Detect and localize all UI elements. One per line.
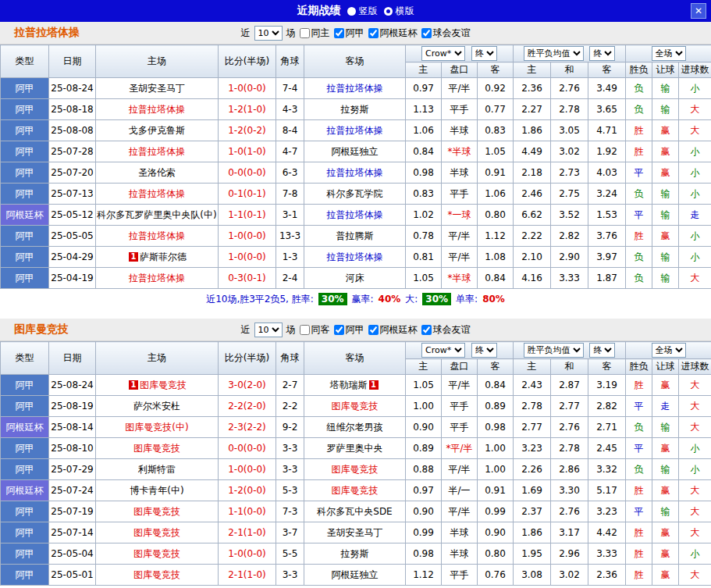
avg-select[interactable]: 胜平负均值 bbox=[524, 343, 584, 358]
layout-radio-vertical[interactable]: 竖版 bbox=[347, 5, 378, 18]
filter-阿甲[interactable]: 阿甲 bbox=[334, 27, 364, 40]
score-link[interactable]: 0-0(0-0) bbox=[228, 443, 266, 454]
layout-radio-horizontal[interactable]: 横版 bbox=[384, 5, 414, 18]
home-team-link[interactable]: 图库曼竞技(中) bbox=[125, 422, 188, 433]
fulltime-select[interactable]: 全场 bbox=[652, 46, 686, 61]
odds-source-select[interactable]: Crow* bbox=[421, 343, 465, 358]
fulltime-select[interactable]: 全场 bbox=[652, 343, 686, 358]
radio-icon[interactable] bbox=[347, 7, 356, 16]
score-link[interactable]: 1-2(1-0) bbox=[228, 104, 266, 115]
score-link[interactable]: 1-2(0-2) bbox=[228, 125, 266, 136]
away-team-link[interactable]: 图库曼竞技 bbox=[332, 485, 379, 496]
checkbox-阿根廷杯[interactable] bbox=[368, 28, 379, 38]
score-link[interactable]: 1-1(0-0) bbox=[228, 506, 266, 517]
score-link[interactable]: 1-0(0-0) bbox=[228, 230, 266, 241]
date-cell: 25-08-14 bbox=[49, 417, 96, 438]
away-team-link[interactable]: 拉普拉塔体操 bbox=[327, 83, 383, 94]
checkbox-阿甲[interactable] bbox=[334, 325, 344, 335]
radio-selected-icon[interactable] bbox=[384, 7, 393, 16]
score-link[interactable]: 0-1(0-1) bbox=[228, 188, 266, 199]
avg-select[interactable]: 胜平负均值 bbox=[524, 46, 584, 61]
score-link[interactable]: 1-0(0-0) bbox=[228, 464, 266, 475]
score-link[interactable]: 1-0(0-0) bbox=[228, 548, 266, 559]
away-team-link[interactable]: 普拉腾斯 bbox=[336, 230, 374, 241]
score-link[interactable]: 2-2(2-0) bbox=[228, 401, 266, 412]
away-team-link[interactable]: 拉普拉塔体操 bbox=[327, 251, 383, 262]
handicap-cell: 平手 bbox=[442, 99, 478, 120]
away-team-link[interactable]: 拉普拉塔体操 bbox=[327, 125, 383, 136]
checkbox-阿甲[interactable] bbox=[334, 28, 344, 38]
home-team-link[interactable]: 拉普拉塔体操 bbox=[129, 188, 185, 199]
away-team-link[interactable]: 拉普拉塔体操 bbox=[327, 167, 383, 178]
home-team-link[interactable]: 萨尔米安杜 bbox=[133, 401, 180, 412]
away-team-link[interactable]: 河床 bbox=[346, 273, 364, 283]
score-cell: 1-2(0-2) bbox=[219, 120, 276, 141]
score-link[interactable]: 3-0(2-0) bbox=[228, 380, 266, 390]
avg-final-select[interactable]: 终 bbox=[589, 343, 615, 358]
home-team-link[interactable]: 图库曼竞技 bbox=[133, 569, 180, 580]
away-team-link[interactable]: 圣胡安圣马丁 bbox=[327, 527, 383, 538]
home-team-link[interactable]: 博卡青年(中) bbox=[130, 485, 183, 496]
checkbox-同客[interactable] bbox=[300, 325, 310, 335]
home-team-link[interactable]: 图库曼竞技 bbox=[133, 548, 180, 559]
match-count-select[interactable]: 10 bbox=[254, 323, 283, 337]
odds-final-select[interactable]: 终 bbox=[471, 46, 497, 61]
home-team-link[interactable]: 图库曼竞技 bbox=[133, 506, 180, 517]
avg-final-select[interactable]: 终 bbox=[589, 46, 615, 61]
away-team-link[interactable]: 图库曼竞技 bbox=[332, 401, 379, 412]
away-team-link[interactable]: 塔勒瑞斯 bbox=[330, 380, 368, 390]
close-icon[interactable]: ✕ bbox=[691, 3, 706, 19]
score-link[interactable]: 2-3(2-2) bbox=[228, 422, 266, 433]
checkbox-球会友谊[interactable] bbox=[421, 28, 432, 38]
away-team-link[interactable]: 罗萨里奥中央 bbox=[327, 443, 383, 454]
home-team-link[interactable]: 科尔多瓦罗萨里奥中央队(中) bbox=[97, 209, 216, 220]
filter-同客[interactable]: 同客 bbox=[300, 323, 330, 337]
filter-同主[interactable]: 同主 bbox=[300, 27, 330, 40]
away-team-link[interactable]: 阿根廷独立 bbox=[332, 146, 379, 157]
filter-球会友谊[interactable]: 球会友谊 bbox=[421, 323, 471, 337]
odds-source-select[interactable]: Crow* bbox=[421, 46, 465, 61]
score-link[interactable]: 0-0(0-0) bbox=[228, 167, 266, 178]
away-team-cell: 拉普拉塔体操 bbox=[304, 205, 406, 226]
home-team-link[interactable]: 拉普拉塔体操 bbox=[129, 230, 185, 241]
away-team-link[interactable]: 图库曼竞技 bbox=[332, 464, 379, 475]
score-link[interactable]: 1-2(0-0) bbox=[228, 485, 266, 496]
score-link[interactable]: 2-1(1-0) bbox=[228, 569, 266, 580]
odds-final-select[interactable]: 终 bbox=[471, 343, 497, 358]
filter-阿甲[interactable]: 阿甲 bbox=[334, 323, 364, 337]
away-team-link[interactable]: 拉努斯 bbox=[341, 548, 369, 559]
home-team-link[interactable]: 图库曼竞技 bbox=[140, 380, 187, 390]
checkbox-球会友谊[interactable] bbox=[421, 325, 432, 335]
score-link[interactable]: 1-0(0-0) bbox=[228, 251, 266, 262]
score-link[interactable]: 0-3(0-1) bbox=[228, 273, 266, 283]
home-team-link[interactable]: 图库曼竞技 bbox=[133, 443, 180, 454]
away-team-link[interactable]: 阿根廷独立 bbox=[332, 569, 379, 580]
home-team-link[interactable]: 圣胡安圣马丁 bbox=[129, 83, 185, 94]
checkbox-阿根廷杯[interactable] bbox=[368, 325, 379, 335]
home-team-link[interactable]: 圣洛伦索 bbox=[138, 167, 176, 178]
home-team-link[interactable]: 拉普拉塔体操 bbox=[129, 146, 185, 157]
away-team-link[interactable]: 科尔多瓦学院 bbox=[327, 188, 383, 199]
away-team-link[interactable]: 科尔多瓦中央SDE bbox=[317, 506, 392, 517]
home-team-link[interactable]: 戈多伊克鲁斯 bbox=[129, 125, 185, 136]
home-team-link[interactable]: 图库曼竞技 bbox=[133, 527, 180, 538]
away-team-link[interactable]: 纽维尔老男孩 bbox=[327, 422, 383, 433]
home-team-link[interactable]: 利斯特雷 bbox=[138, 464, 176, 475]
match-row: 阿甲25-07-28拉普拉塔体操1-0(1-0)4-7阿根廷独立0.84*半球1… bbox=[1, 141, 711, 162]
filter-阿根廷杯[interactable]: 阿根廷杯 bbox=[368, 323, 418, 337]
away-team-link[interactable]: 拉普拉塔体操 bbox=[327, 209, 383, 220]
date-cell: 25-08-24 bbox=[49, 375, 96, 396]
score-link[interactable]: 1-0(1-0) bbox=[228, 146, 266, 157]
handicap-cell: 平手 bbox=[442, 184, 478, 205]
match-count-select[interactable]: 10 bbox=[254, 26, 283, 41]
filter-阿根廷杯[interactable]: 阿根廷杯 bbox=[368, 27, 418, 40]
checkbox-同主[interactable] bbox=[300, 28, 310, 38]
score-link[interactable]: 1-1(0-1) bbox=[228, 209, 266, 220]
home-team-link[interactable]: 拉普拉塔体操 bbox=[129, 273, 185, 283]
score-link[interactable]: 2-1(1-0) bbox=[228, 527, 266, 538]
home-team-link[interactable]: 萨斯菲尔德 bbox=[140, 251, 187, 262]
filter-球会友谊[interactable]: 球会友谊 bbox=[421, 27, 471, 40]
away-team-link[interactable]: 拉努斯 bbox=[341, 104, 369, 115]
home-team-link[interactable]: 拉普拉塔体操 bbox=[129, 104, 185, 115]
score-link[interactable]: 1-0(0-0) bbox=[228, 83, 266, 94]
